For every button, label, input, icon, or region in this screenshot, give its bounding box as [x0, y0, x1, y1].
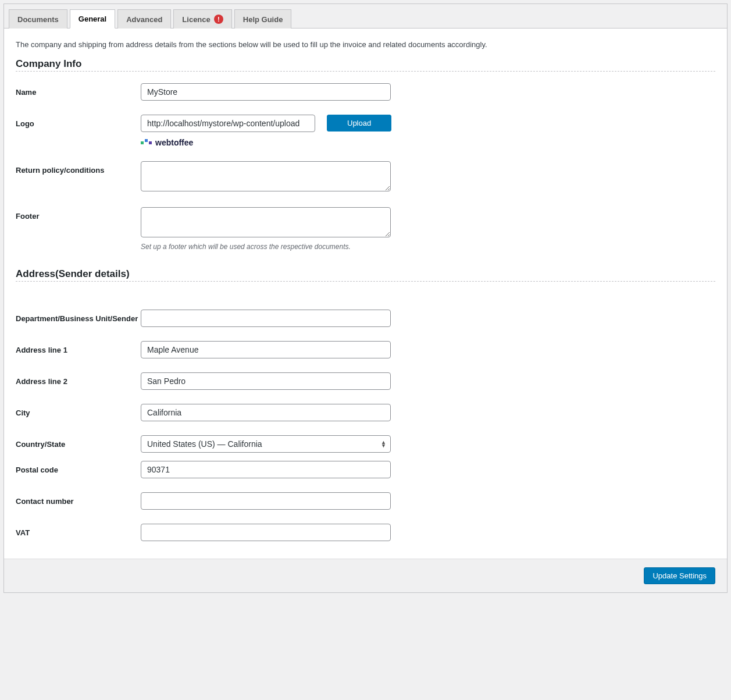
main-container: Documents General Advanced Licence ! Hel… [3, 3, 728, 593]
logo-icon [141, 141, 152, 144]
address1-input[interactable] [141, 341, 391, 358]
label-postal: Postal code [16, 461, 141, 474]
name-input[interactable] [141, 83, 391, 101]
footer-bar: Update Settings [4, 559, 727, 592]
tab-advanced[interactable]: Advanced [117, 9, 171, 29]
company-form: Name Logo Upload [16, 83, 715, 251]
label-logo: Logo [16, 115, 141, 128]
update-settings-button[interactable]: Update Settings [644, 567, 715, 584]
section-title-company: Company Info [16, 58, 715, 72]
city-input[interactable] [141, 404, 391, 421]
label-footer: Footer [16, 207, 141, 221]
label-department: Department/Business Unit/Sender [16, 310, 141, 323]
row-logo: Logo Upload webtoffee [16, 115, 715, 147]
row-footer: Footer Set up a footer which will be use… [16, 207, 715, 251]
logo-preview: webtoffee [141, 138, 432, 147]
address-form: Department/Business Unit/Sender Address … [16, 310, 715, 541]
row-postal: Postal code [16, 461, 715, 478]
logo-input[interactable] [141, 115, 315, 132]
row-city: City [16, 404, 715, 421]
tab-licence[interactable]: Licence ! [173, 9, 231, 29]
address2-input[interactable] [141, 372, 391, 390]
row-vat: VAT [16, 524, 715, 541]
contact-input[interactable] [141, 492, 391, 510]
upload-button[interactable]: Upload [327, 115, 391, 132]
footer-help-text: Set up a footer which will be used acros… [141, 243, 432, 251]
alert-icon: ! [214, 15, 223, 24]
content-area: The company and shipping from address de… [4, 29, 727, 559]
label-return-policy: Return policy/conditions [16, 161, 141, 175]
row-country: Country/State United States (US) — Calif… [16, 435, 715, 453]
department-input[interactable] [141, 310, 391, 327]
label-contact: Contact number [16, 492, 141, 506]
label-name: Name [16, 83, 141, 97]
row-name: Name [16, 83, 715, 101]
label-vat: VAT [16, 524, 141, 537]
postal-input[interactable] [141, 461, 391, 478]
tab-documents[interactable]: Documents [9, 9, 67, 29]
tab-general[interactable]: General [70, 9, 115, 29]
logo-preview-text: webtoffee [155, 138, 193, 147]
footer-input[interactable] [141, 207, 391, 237]
row-address2: Address line 2 [16, 372, 715, 390]
label-address1: Address line 1 [16, 341, 141, 354]
tab-help-guide[interactable]: Help Guide [234, 9, 292, 29]
return-policy-input[interactable] [141, 161, 391, 191]
tabs-bar: Documents General Advanced Licence ! Hel… [4, 4, 727, 29]
tab-licence-label: Licence [182, 15, 210, 24]
label-country: Country/State [16, 435, 141, 449]
row-contact: Contact number [16, 492, 715, 510]
label-city: City [16, 404, 141, 417]
row-return-policy: Return policy/conditions [16, 161, 715, 193]
row-address1: Address line 1 [16, 341, 715, 358]
row-department: Department/Business Unit/Sender [16, 310, 715, 327]
label-address2: Address line 2 [16, 372, 141, 386]
vat-input[interactable] [141, 524, 391, 541]
page-description: The company and shipping from address de… [16, 40, 715, 49]
country-select[interactable]: United States (US) — California [141, 435, 391, 453]
section-title-address: Address(Sender details) [16, 268, 715, 282]
